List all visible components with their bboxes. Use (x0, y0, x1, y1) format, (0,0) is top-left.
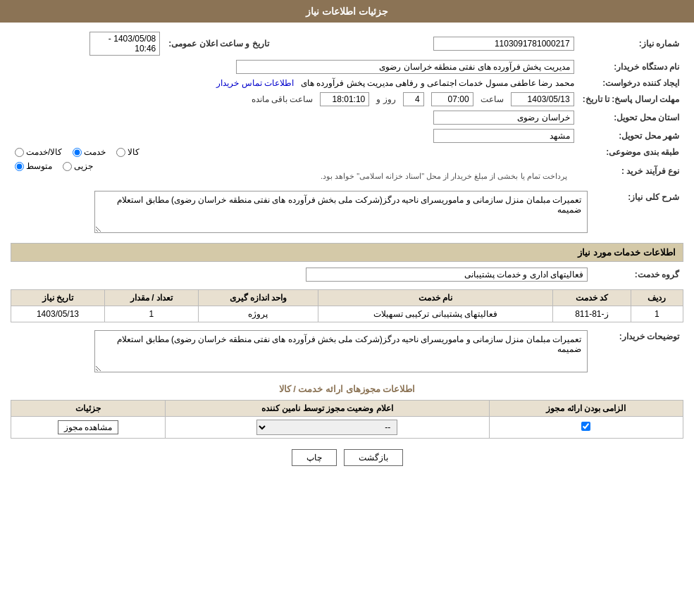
cell-date: 1403/05/13 (11, 306, 105, 322)
service-group-value: فعالیتهای اداری و خدمات پشتیبانی (11, 265, 592, 284)
purchase-radio-motevaset[interactable] (15, 162, 24, 171)
print-button[interactable]: چاپ (292, 449, 337, 466)
category-radio-khedmat[interactable] (73, 148, 82, 157)
license-status-cell: -- (165, 417, 489, 439)
table-row: 1 ز-81-811 فعالیتهای پشتیبانی ترکیبی تسه… (11, 306, 683, 322)
service-group-label: گروه خدمت: (592, 265, 683, 284)
category-radio-kala[interactable] (116, 148, 125, 157)
deadline-row: 1403/05/13 ساعت 07:00 4 روز و 18:01:10 س… (11, 90, 578, 108)
buyer-org-input: مدیریت پخش فرآورده های نفتی منطقه خراسان… (236, 60, 574, 74)
purchase-option-jozii: جزیی (63, 161, 93, 171)
cell-row-num: 1 (631, 306, 683, 322)
need-number-value: 1103091781000217 (287, 30, 578, 58)
city-input: مشهد (433, 129, 574, 143)
service-group-table: گروه خدمت: فعالیتهای اداری و خدمات پشتیب… (11, 265, 683, 284)
bottom-buttons: بازگشت چاپ (11, 449, 683, 466)
saat-label: ساعت (481, 94, 504, 104)
col-header-row-num: ردیف (631, 290, 683, 306)
purchase-type-label: نوع فرآیند خرید : (578, 159, 683, 183)
col-header-details: جزئیات (11, 401, 166, 417)
category-option-khedmat: خدمت (73, 147, 106, 157)
deadline-days: 4 (403, 92, 424, 106)
service-group-input: فعالیتهای اداری و خدمات پشتیبانی (306, 268, 588, 282)
cell-unit: پروژه (198, 306, 318, 322)
back-button[interactable]: بازگشت (344, 449, 403, 466)
announce-date-label: تاریخ و ساعت اعلان عمومی: (164, 30, 273, 58)
deadline-time: 07:00 (431, 92, 473, 106)
col-header-service-code: کد خدمت (552, 290, 631, 306)
buyer-org-label: نام دستگاه خریدار: (578, 58, 683, 76)
license-row: -- مشاهده مجوز (11, 417, 683, 439)
city-value: مشهد (11, 127, 578, 145)
deadline-remaining: 18:01:10 (320, 92, 369, 106)
purchase-label-motevaset: متوسط (26, 161, 52, 171)
province-label: استان محل تحویل: (578, 108, 683, 127)
category-label: طبقه بندی موضوعی: (578, 145, 683, 159)
col-header-service-name: نام خدمت (318, 290, 552, 306)
category-label-kala: کالا (128, 147, 140, 157)
col-header-status: اعلام وضعیت مجوز توسط نامین کننده (165, 401, 489, 417)
need-number-input: 1103091781000217 (433, 37, 574, 51)
col-header-unit: واحد اندازه گیری (198, 290, 318, 306)
deadline-label: مهلت ارسال پاسخ: تا تاریخ: (578, 90, 683, 108)
col-header-quantity: تعداد / مقدار (104, 290, 198, 306)
buyer-org-value: مدیریت پخش فرآورده های نفتی منطقه خراسان… (11, 58, 578, 76)
license-required-cell (489, 417, 683, 439)
category-label-kala-khedmat: کالا/خدمت (26, 147, 62, 157)
announce-date-value: 1403/05/08 - 10:46 (11, 30, 164, 58)
buyer-desc-table: توضیحات خریدار: (11, 328, 683, 377)
saeat-baqi-label: ساعت باقی مانده (252, 94, 314, 104)
contact-link[interactable]: اطلاعات تماس خریدار (216, 78, 294, 88)
need-desc-table: شرح کلی نیاز: (11, 189, 683, 237)
buyer-desc-value (11, 328, 592, 377)
purchase-option-motevaset: متوسط (15, 161, 52, 171)
purchase-radio-group: متوسط جزیی (15, 161, 574, 171)
announce-date-input: 1403/05/08 - 10:46 (89, 32, 160, 56)
main-info-table: شماره نیاز: 1103091781000217 تاریخ و ساع… (11, 30, 683, 183)
cell-service-code: ز-81-811 (552, 306, 631, 322)
services-section-title: اطلاعات خدمات مورد نیاز (11, 243, 683, 262)
category-option-kala-khedmat: کالا/خدمت (15, 147, 62, 157)
roz-va-label: روز و (376, 94, 395, 104)
page-title: جزئیات اطلاعات نیاز (306, 6, 388, 17)
city-label: شهر محل تحویل: (578, 127, 683, 145)
category-row: کالا/خدمت خدمت کالا (11, 145, 578, 159)
col-header-required: الزامی بودن ارائه مجوز (489, 401, 683, 417)
license-required-checkbox[interactable] (581, 422, 590, 431)
creator-value: محمد رضا عاطفی مسول خدمات اجتماعی و رفاه… (11, 76, 578, 90)
province-input: خراسان رضوی (433, 111, 574, 125)
purchase-type-row: متوسط جزیی پرداخت تمام یا بخشی از مبلغ خ… (11, 159, 578, 183)
need-desc-value (11, 189, 592, 237)
purchase-note: پرداخت تمام یا بخشی از مبلغ خریدار از مح… (321, 172, 567, 180)
category-radio-kala-khedmat[interactable] (15, 148, 24, 157)
category-radio-group: کالا/خدمت خدمت کالا (15, 147, 574, 157)
need-desc-label: شرح کلی نیاز: (592, 189, 683, 237)
need-desc-textarea[interactable] (94, 191, 588, 233)
license-status-select[interactable]: -- (256, 420, 397, 435)
licenses-section-title: اطلاعات مجوزهای ارائه خدمت / کالا (11, 384, 683, 394)
creator-label: ایجاد کننده درخواست: (578, 76, 683, 90)
licenses-data-table: الزامی بودن ارائه مجوز اعلام وضعیت مجوز … (11, 400, 683, 439)
services-data-table: ردیف کد خدمت نام خدمت واحد اندازه گیری ت… (11, 289, 683, 322)
category-option-kala: کالا (116, 147, 140, 157)
cell-service-name: فعالیتهای پشتیبانی ترکیبی تسهیلات (318, 306, 552, 322)
need-number-label: شماره نیاز: (578, 30, 683, 58)
col-header-date: تاریخ نیاز (11, 290, 105, 306)
province-value: خراسان رضوی (11, 108, 578, 127)
cell-quantity: 1 (104, 306, 198, 322)
view-license-button[interactable]: مشاهده مجوز (58, 420, 118, 434)
buyer-desc-textarea[interactable] (94, 330, 588, 372)
license-details-cell: مشاهده مجوز (11, 417, 166, 439)
creator-text: محمد رضا عاطفی مسول خدمات اجتماعی و رفاه… (301, 78, 574, 88)
purchase-label-jozii: جزیی (74, 161, 93, 171)
purchase-radio-jozii[interactable] (63, 162, 72, 171)
deadline-date: 1403/05/13 (511, 92, 574, 106)
page-header: جزئیات اطلاعات نیاز (0, 0, 694, 23)
category-label-khedmat: خدمت (84, 147, 106, 157)
buyer-desc-label: توضیحات خریدار: (592, 328, 683, 377)
